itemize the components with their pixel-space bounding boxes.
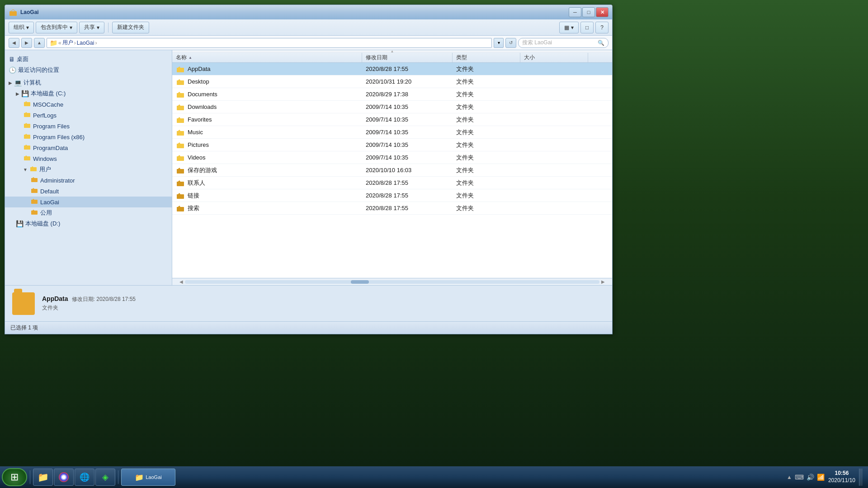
table-row[interactable]: 搜索 2020/8/28 17:55 文件夹 [172, 202, 612, 215]
sidebar-item-administrator[interactable]: Administrator [5, 175, 172, 186]
file-type: 文件夹 [456, 154, 474, 162]
col-header-date[interactable]: 修改日期 [362, 53, 453, 62]
file-date-cell: 2020/8/28 17:55 [362, 179, 453, 186]
table-row[interactable]: Downloads 2009/7/14 10:35 文件夹 [172, 101, 612, 113]
preview-button[interactable]: □ [580, 22, 594, 33]
volume-icon[interactable]: 🔊 [807, 474, 814, 481]
forward-button[interactable]: ▶ [21, 38, 32, 48]
start-button[interactable]: ⊞ [2, 468, 27, 486]
file-name-cell: Videos [172, 154, 362, 161]
svg-rect-1 [24, 102, 30, 106]
file-date: 2020/8/28 17:55 [366, 179, 408, 186]
table-row[interactable]: Favorites 2009/7/14 10:35 文件夹 [172, 113, 612, 126]
sidebar-item-programfiles[interactable]: Program Files [5, 121, 172, 131]
file-type-cell: 文件夹 [453, 204, 520, 212]
up-button[interactable]: ▲ [34, 38, 45, 48]
table-row[interactable]: AppData 2020/8/28 17:55 文件夹 [172, 63, 612, 75]
address-path[interactable]: 📁 « 用户 › LaoGai › [47, 38, 492, 48]
show-desktop-button[interactable] [859, 469, 863, 486]
toolbar-separator [108, 23, 108, 33]
table-row[interactable]: 保存的游戏 2020/10/10 16:03 文件夹 [172, 164, 612, 177]
sidebar-label-recent: 最近访问的位置 [18, 66, 59, 74]
hscroll-right-arrow[interactable]: ▶ [601, 279, 605, 284]
taskbar-quick-folders[interactable]: 📁 [33, 469, 53, 486]
desktop-icon: 🖥 [9, 56, 15, 63]
col-header-name[interactable]: 名称 ▲ [172, 53, 362, 62]
back-button[interactable]: ◀ [9, 38, 19, 48]
svg-rect-6 [24, 156, 30, 160]
hscroll-thumb[interactable] [351, 280, 369, 284]
view-button[interactable]: ▦ ▾ [559, 22, 579, 33]
table-row[interactable]: Pictures 2009/7/14 10:35 文件夹 [172, 139, 612, 151]
col-header-size[interactable]: 大小 [520, 53, 588, 62]
horizontal-scrollbar[interactable]: ◀ ▶ [172, 278, 612, 285]
maximize-button[interactable]: □ [582, 7, 595, 17]
taskbar-quick-app[interactable]: ◈ [95, 469, 115, 486]
address-dropdown-button[interactable]: ▾ [494, 38, 504, 48]
sidebar-label-public: 公用 [40, 209, 52, 217]
sidebar-item-perflogs[interactable]: PerfLogs [5, 110, 172, 121]
file-name-cell: Desktop [172, 78, 362, 85]
include-library-button[interactable]: 包含到库中 ▾ [36, 22, 77, 33]
col-type-label: 类型 [456, 54, 467, 61]
clock[interactable]: 10:56 2020/11/10 [828, 470, 855, 484]
table-row[interactable]: 联系人 2020/8/28 17:55 文件夹 [172, 177, 612, 189]
taskbar-quick-browser2[interactable]: 🌐 [75, 469, 94, 486]
minimize-button[interactable]: ─ [569, 7, 581, 17]
sidebar-item-msocache[interactable]: MSOCache [5, 99, 172, 110]
sidebar-item-laogai[interactable]: LaoGai [5, 197, 172, 207]
sidebar-item-programfiles-x86[interactable]: Program Files (x86) [5, 131, 172, 142]
laogai-icon [30, 198, 38, 206]
taskbar-separator-1 [30, 470, 30, 484]
window-icon [9, 8, 18, 17]
file-type: 文件夹 [456, 204, 474, 212]
status-folder-icon [12, 292, 35, 315]
folder-icon [176, 192, 185, 199]
sidebar-item-default[interactable]: Default [5, 186, 172, 197]
window-controls: ─ □ ✕ [569, 7, 609, 17]
sidebar-item-drive-d[interactable]: 💾 本地磁盘 (D:) [5, 218, 172, 229]
computer-icon: 💻 [14, 79, 22, 86]
sidebar-item-drive-c[interactable]: ▶ 💾 本地磁盘 (C:) [5, 88, 172, 99]
table-row[interactable]: Documents 2020/8/29 17:38 文件夹 [172, 88, 612, 101]
file-name: 保存的游戏 [188, 166, 217, 174]
sidebar-label-drive-d: 本地磁盘 (D:) [25, 220, 60, 228]
file-type: 文件夹 [456, 78, 474, 86]
recent-icon: 🕒 [9, 66, 16, 74]
file-type-cell: 文件夹 [453, 116, 520, 124]
new-folder-button[interactable]: 新建文件夹 [112, 22, 149, 33]
table-row[interactable]: Videos 2009/7/14 10:35 文件夹 [172, 151, 612, 164]
sidebar-item-public[interactable]: 公用 [5, 207, 172, 218]
tray-expand-icon[interactable]: ▲ [787, 474, 792, 480]
hscroll-left-arrow[interactable]: ◀ [179, 279, 183, 284]
address-sep3: › [95, 40, 97, 46]
search-box[interactable]: 搜索 LaoGai 🔍 [518, 38, 609, 48]
explorer-window: LaoGai ─ □ ✕ 组织 ▾ 包含到库中 ▾ 共享 ▾ 新建文件夹 ▦ ▾… [5, 5, 613, 334]
sidebar-item-programdata[interactable]: ProgramData [5, 142, 172, 153]
refresh-button[interactable]: ↺ [505, 38, 516, 48]
address-part-users[interactable]: 用户 [62, 39, 73, 47]
keyboard-icon: ⌨ [795, 474, 804, 481]
table-row[interactable]: Desktop 2020/10/31 19:20 文件夹 [172, 75, 612, 88]
taskbar-active-window[interactable]: 📁 LaoGai [121, 469, 175, 486]
clock-date: 2020/11/10 [828, 477, 855, 484]
table-row[interactable]: 链接 2020/8/28 17:55 文件夹 [172, 189, 612, 202]
col-header-type[interactable]: 类型 [453, 53, 520, 62]
taskbar-quick-browser1[interactable] [54, 469, 74, 486]
sidebar-item-recent[interactable]: 🕒 最近访问的位置 [5, 65, 172, 75]
drive-d-icon: 💾 [16, 220, 24, 227]
file-name-cell: 链接 [172, 192, 362, 200]
sidebar-item-computer[interactable]: ▶ 💻 计算机 [5, 77, 172, 88]
organize-button[interactable]: 组织 ▾ [9, 22, 34, 33]
sidebar-item-windows[interactable]: Windows [5, 153, 172, 164]
sidebar-item-users[interactable]: ▼ 用户 [5, 164, 172, 175]
file-type-cell: 文件夹 [453, 179, 520, 187]
share-button[interactable]: 共享 ▾ [79, 22, 104, 33]
close-button[interactable]: ✕ [596, 7, 609, 17]
table-row[interactable]: Music 2009/7/14 10:35 文件夹 [172, 126, 612, 139]
sidebar-item-desktop[interactable]: 🖥 桌面 [5, 54, 172, 65]
file-name-cell: AppData [172, 66, 362, 73]
address-part-laogai[interactable]: LaoGai [77, 40, 94, 46]
help-button[interactable]: ? [595, 22, 609, 33]
svg-rect-22 [177, 194, 184, 199]
